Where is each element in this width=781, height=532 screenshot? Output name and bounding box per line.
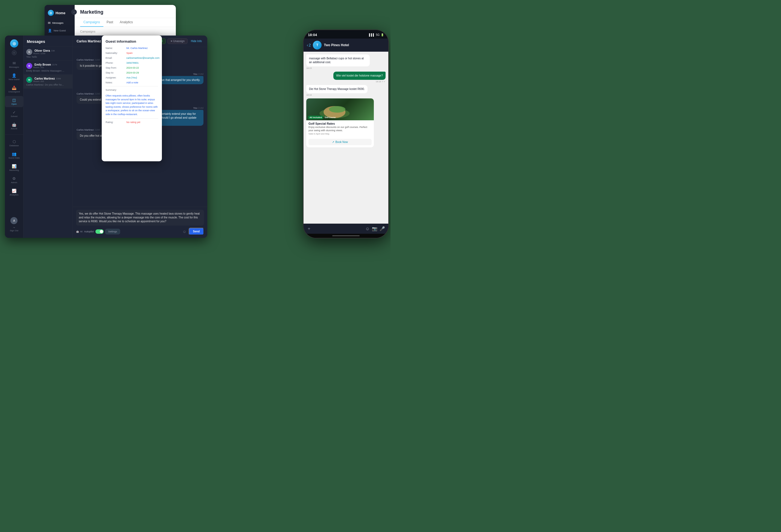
sidebar-item-admin[interactable]: ⚙ Admin xyxy=(5,174,23,186)
sidebar-item-analytics[interactable]: 📈 Analytics xyxy=(5,187,23,198)
marketing-nav-new-guest[interactable]: 👤 New Guest xyxy=(45,27,75,35)
database-icon: ⬡ xyxy=(12,139,16,144)
room-label: Room: 202 xyxy=(33,80,61,83)
gi-name-label: Name: xyxy=(106,47,125,49)
tab-campaigns[interactable]: Campaigns xyxy=(80,18,104,27)
phone-hotel-name: Two Pines Hotel xyxy=(324,43,349,47)
hide-info-button[interactable]: Hide Info xyxy=(189,39,203,44)
autopilot-toggle[interactable] xyxy=(95,229,104,234)
gi-assignee-label: Assignee: xyxy=(106,76,125,79)
golf-card-body: Golf Special Rates Enjoy exclusive disco… xyxy=(306,120,374,137)
tab-analytics[interactable]: Analytics xyxy=(117,18,136,27)
gi-notes-label: Notes: xyxy=(106,81,125,84)
gi-email-value: carlosmartinez@example.com xyxy=(126,56,159,59)
ai-icon: 🤖 xyxy=(76,230,79,233)
room-label: Room: 201 xyxy=(33,66,57,69)
guest-info-title: Guest information xyxy=(106,39,158,43)
phone-add-button[interactable]: ＋ xyxy=(307,226,311,231)
phone-input-bar: ＋ ☺ 📷 🎤 xyxy=(303,224,388,234)
sidebar-item-unassigned[interactable]: 📥 Unassigned xyxy=(5,84,23,95)
gi-name-row: Name: Mr. Carlos Martinez xyxy=(106,47,158,49)
gi-rating-value: No rating yet xyxy=(126,121,140,124)
message-sender: Carlos Martinez 218d xyxy=(77,92,100,95)
phone-message-bubble: Wie viel kostet die hotstone massage? xyxy=(333,72,385,80)
back-arrow-icon: ‹ xyxy=(307,43,308,47)
phone-message-time: 18:16 ✓✓ xyxy=(376,80,385,83)
contact-name: Carlos Martinez xyxy=(35,77,55,80)
collapse-button[interactable]: ‹ xyxy=(71,9,77,15)
phone-mic-button[interactable]: 🎤 xyxy=(379,226,385,231)
sidebar-item-new-guest[interactable]: 👤 New Guest xyxy=(5,71,23,83)
signal-icon: ▌▌▌ xyxy=(369,33,375,36)
campaigns-title: Campaigns xyxy=(80,30,170,33)
phone-home-indicator xyxy=(303,234,388,238)
golf-card-title: Golf Special Rates xyxy=(309,122,372,125)
gi-email-label: Email: xyxy=(106,56,125,59)
sidebar-item-solved-label: Solved xyxy=(11,115,17,118)
messages-icon: ✉ xyxy=(12,61,16,65)
avatar: G xyxy=(26,49,32,55)
message-sender: You 218d xyxy=(193,73,203,76)
sidebar-item-messages[interactable]: ✉ Messages xyxy=(5,59,23,70)
sidebar-item-database-label: Database xyxy=(9,144,18,147)
phone-status-bar: 18:04 ▌▌▌ 5G 🔋 xyxy=(303,30,388,39)
contact-name: Emily Brown xyxy=(35,63,51,66)
sidebar-collapse-button[interactable]: ‹ xyxy=(12,50,17,55)
phone-message-time: 18:16 xyxy=(306,94,312,96)
solved-icon: ✓ xyxy=(12,110,16,115)
gi-phone-label: Phone: xyxy=(106,61,125,64)
gi-stay-from-value: 2024-03-22 xyxy=(126,66,139,69)
phone-mockup: 18:04 ▌▌▌ 5G 🔋 ‹ 2 T Two Pines Hotel mas… xyxy=(303,30,388,238)
unassign-button[interactable]: ✕ Unassign xyxy=(167,38,188,44)
message-time: 218d xyxy=(56,77,61,80)
sign-out-label: Sign Out xyxy=(10,229,18,232)
gi-name-value: Mr. Carlos Martinez xyxy=(126,47,148,49)
ava-ai-icon: 🤖 xyxy=(12,123,16,127)
sign-out-button[interactable]: ↪ Sign Out xyxy=(10,226,18,232)
phone-status-icons: ▌▌▌ 5G 🔋 xyxy=(369,33,384,36)
message-time: 217d xyxy=(52,63,57,66)
sidebar-item-open[interactable]: ◫ Open xyxy=(5,96,23,107)
gi-rating-row: Rating: No rating yet xyxy=(106,121,158,124)
phone-message-time: 18:15 xyxy=(306,67,312,70)
message-preview: Carlos Martinez: Do you offer ho... xyxy=(26,83,70,86)
chat-guest-name: Carlos Martinez xyxy=(77,39,101,43)
phone-camera-button[interactable]: 📷 xyxy=(372,226,377,231)
user-avatar[interactable]: A xyxy=(10,217,17,224)
marketing-nav-messages[interactable]: ✉ Messages xyxy=(45,19,75,27)
sidebar-item-database[interactable]: ⬡ Database xyxy=(5,137,23,149)
guest-data-icon: 👥 xyxy=(12,152,16,156)
message-sender: Carlos Martinez 218d xyxy=(77,129,100,131)
message-list-panel: Messages G Oliver Giera 13d Room: 1230 xyxy=(24,36,73,238)
gi-notes-value[interactable]: Add a note xyxy=(126,81,138,84)
emoji-button[interactable]: ☺ xyxy=(182,229,186,234)
back-button[interactable]: ‹ 2 xyxy=(307,43,311,47)
golf-card-valid: Valid in April and May. xyxy=(309,133,372,135)
phone-message-row: massage with Bellabaci cups or hot stone… xyxy=(306,54,385,70)
list-item[interactable]: B Emily Brown 217d Room: 201 Emily Brown… xyxy=(24,61,73,75)
list-item[interactable]: G Oliver Giera 13d Room: 1230 You: hello xyxy=(24,47,73,61)
send-button[interactable]: Send xyxy=(189,228,204,235)
gi-stay-from-label: Stay from: xyxy=(106,66,125,69)
chat-input[interactable]: Yes, we do offer Hot Stone Therapy Massa… xyxy=(76,210,204,226)
sidebar-item-unassigned-label: Unassigned xyxy=(8,90,20,93)
svg-point-2 xyxy=(329,106,345,113)
list-item[interactable]: M Carlos Martinez 218d Room: 202 Carlos … xyxy=(24,75,73,89)
phone-emoji-button[interactable]: ☺ xyxy=(365,226,370,231)
settings-button[interactable]: Settings xyxy=(105,229,120,234)
book-label: Book Now xyxy=(335,140,348,143)
book-now-button[interactable]: ↗ Book Now xyxy=(309,139,372,145)
gi-summary-value: Often requests extra pillows; often book… xyxy=(106,94,158,116)
tab-past[interactable]: Past xyxy=(104,18,117,27)
phone-time: 18:04 xyxy=(308,33,317,37)
gi-summary-label: Summary: xyxy=(106,89,158,91)
logo-circle: ◎ xyxy=(48,10,54,16)
envelope-icon: ✉ xyxy=(48,21,51,25)
sidebar-item-ava-ai[interactable]: 🤖 Ava AI xyxy=(5,121,23,132)
sidebar-item-solved[interactable]: ✓ Solved xyxy=(5,108,23,120)
message-preview: You: hello xyxy=(26,55,70,58)
gi-phone-row: Phone: 345678901 xyxy=(106,61,158,64)
sidebar-item-guest-data[interactable]: 👥 Guest Data xyxy=(5,150,23,161)
sidebar-item-marketing-label: Marketing xyxy=(9,169,19,171)
sidebar-item-marketing[interactable]: 📊 Marketing xyxy=(5,162,23,173)
